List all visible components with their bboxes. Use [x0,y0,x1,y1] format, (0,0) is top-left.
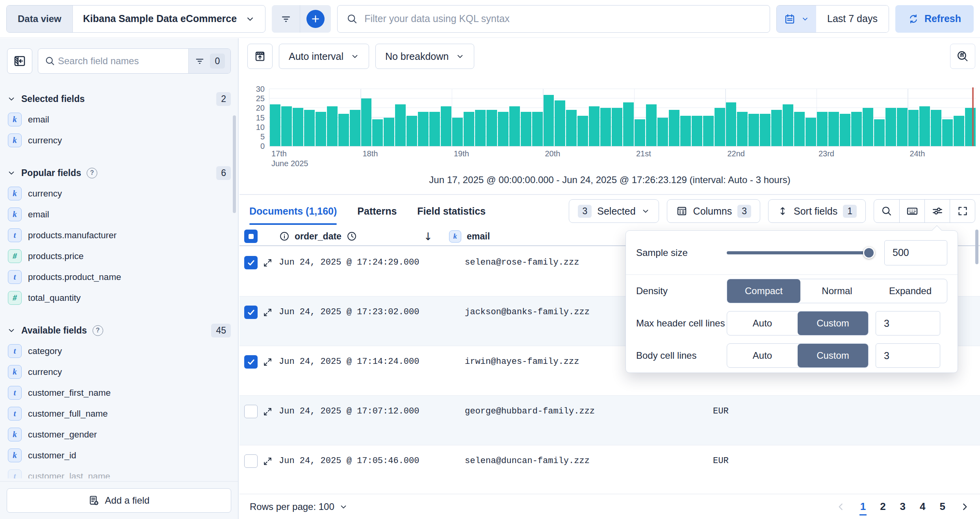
sample-size-slider[interactable] [727,241,873,265]
option-auto[interactable]: Auto [727,344,798,367]
field-item-customer-id[interactable]: kcustomer_id [7,445,231,466]
field-item-email[interactable]: kemail [7,204,231,225]
page-5[interactable]: 5 [940,500,945,513]
data-view-name: Kibana Sample Data eCommerce [83,13,237,24]
previous-page-button[interactable] [836,502,846,512]
row-checkbox[interactable] [244,306,258,319]
date-picker-button[interactable] [777,6,816,32]
table-row[interactable]: Jun 24, 2025 @ 17:05:46.000selena@duncan… [239,445,980,494]
page-2[interactable]: 2 [880,500,885,513]
search-icon [346,13,358,25]
sort-fields-button[interactable]: Sort fields 1 [768,199,866,223]
field-section-header-available-fields[interactable]: Available fields?45 [7,320,231,341]
breakdown-dropdown[interactable]: No breakdown [375,44,474,69]
collapse-sidebar-button[interactable] [7,48,32,74]
email-label: email [467,231,490,242]
chevron-down-icon [7,326,16,335]
filter-icon[interactable] [194,56,205,67]
next-page-button[interactable] [960,502,970,512]
tab-patterns[interactable]: Patterns [357,195,397,227]
field-item-customer-full-name[interactable]: tcustomer_full_name [7,403,231,424]
sort-descending-icon[interactable]: ↓ [423,230,432,243]
search-in-table-button[interactable] [874,200,899,222]
tab-documents-1-160[interactable]: Documents (1,160) [249,195,337,227]
option-normal[interactable]: Normal [800,279,874,303]
field-item-products-manufacturer[interactable]: tproducts.manufacturer [7,225,231,246]
selected-documents-dropdown[interactable]: 3 Selected [569,199,659,223]
field-item-currency[interactable]: kcurrency [7,361,231,382]
expand-document-icon[interactable] [263,308,273,317]
expand-document-icon[interactable] [263,407,273,417]
row-checkbox[interactable] [244,405,258,418]
field-search[interactable]: 0 [38,48,231,74]
option-compact[interactable]: Compact [727,279,800,303]
data-view-selector[interactable]: Kibana Sample Data eCommerce [73,6,265,32]
field-item-customer-first-name[interactable]: tcustomer_first_name [7,382,231,403]
field-name: email [28,209,49,220]
option-expanded[interactable]: Expanded [874,279,947,303]
table-scrollbar[interactable] [975,230,978,264]
keyword-field-icon: k [449,230,461,243]
interval-dropdown[interactable]: Auto interval [279,44,369,69]
field-item-customer-gender[interactable]: kcustomer_gender [7,424,231,445]
histogram-bar [703,116,714,146]
display-options-button[interactable] [924,200,950,222]
expand-document-icon[interactable] [263,258,273,268]
rows-per-page-dropdown[interactable]: Rows per page: 100 [250,501,348,512]
histogram-chart[interactable]: 051015202530 17thJune 202518th19th20th21… [269,89,976,146]
row-controls [239,297,279,346]
field-item-category[interactable]: tcategory [7,341,231,361]
row-checkbox[interactable] [244,256,258,269]
field-item-customer-last-name[interactable]: tcustomer_last_name [7,466,231,478]
option-custom[interactable]: Custom [798,344,868,367]
add-field-button[interactable]: Add a field [7,488,231,513]
field-item-total-quantity[interactable]: #total_quantity [7,287,231,308]
refresh-button[interactable]: Refresh [895,5,974,33]
tab-field-statistics[interactable]: Field statistics [417,195,486,227]
option-custom[interactable]: Custom [798,311,868,335]
max-header-lines-input[interactable] [876,311,940,335]
fullscreen-button[interactable] [950,200,975,222]
field-item-currency[interactable]: kcurrency [7,183,231,204]
kql-search-bar[interactable] [337,5,770,33]
chart-controls: Auto interval No breakdown [247,44,474,69]
page-1[interactable]: 1 [860,500,866,513]
row-controls [239,445,279,494]
info-icon[interactable] [279,231,290,242]
expand-document-icon[interactable] [263,456,273,466]
page-4[interactable]: 4 [920,500,925,513]
select-all-checkbox[interactable] [244,230,258,243]
field-item-email[interactable]: kemail [7,109,231,130]
slider-thumb[interactable] [863,247,875,259]
row-checkbox[interactable] [244,454,258,468]
sample-size-input[interactable] [884,240,947,265]
page-3[interactable]: 3 [900,500,906,513]
slider-track[interactable] [727,251,873,254]
field-item-products-product-name[interactable]: tproducts.product_name [7,267,231,287]
field-item-products-price[interactable]: #products.price [7,246,231,267]
histogram-bar [771,110,782,146]
edit-visualization-button[interactable] [950,44,975,69]
body-lines-input[interactable] [876,343,940,368]
field-item-currency[interactable]: kcurrency [7,130,231,151]
sidebar-scrollbar[interactable] [233,115,236,213]
data-view-picker[interactable]: Data view Kibana Sample Data eCommerce [6,5,265,33]
keyboard-shortcuts-button[interactable] [899,200,924,222]
field-search-input[interactable] [56,56,188,67]
add-filter-button[interactable] [300,5,331,33]
time-range-value[interactable]: Last 7 days [816,6,889,32]
order-date-column-header[interactable]: order_date ↓ [279,230,444,243]
filter-icon[interactable] [272,5,300,33]
field-section-header-selected-fields[interactable]: Selected fields2 [7,89,231,109]
columns-button[interactable]: Columns 3 [667,199,760,223]
y-tick-label: 10 [256,123,265,132]
histogram-bar [623,102,634,146]
hide-chart-button[interactable] [247,44,273,69]
row-checkbox[interactable] [244,355,258,369]
table-row[interactable]: Jun 24, 2025 @ 17:07:12.000george@hubbar… [239,396,980,445]
expand-document-icon[interactable] [263,357,273,367]
kql-input[interactable] [364,13,761,24]
option-auto[interactable]: Auto [727,311,798,335]
histogram-bar [270,104,280,146]
field-section-header-popular-fields[interactable]: Popular fields?6 [7,163,231,183]
